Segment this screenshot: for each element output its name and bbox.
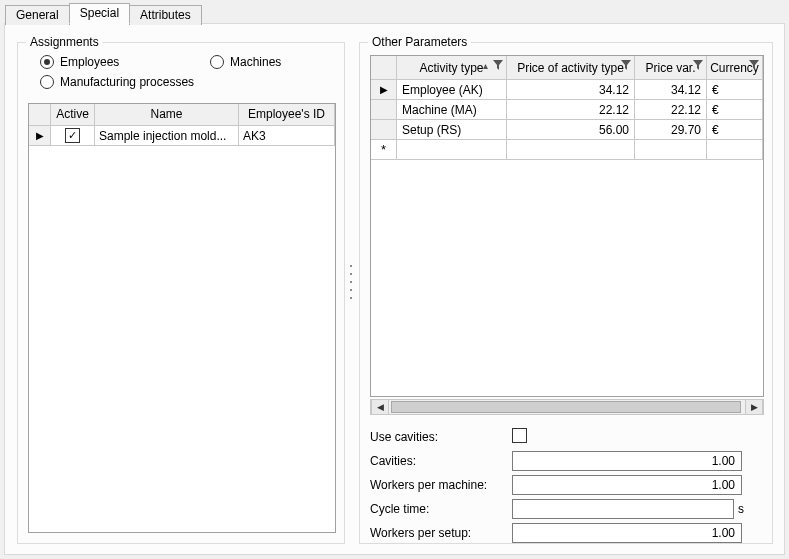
cell-price[interactable]: 56.00 — [507, 120, 635, 140]
tab-general[interactable]: General — [5, 5, 70, 25]
other-parameters-form: Use cavities: Cavities: Workers per mach… — [370, 425, 764, 545]
other-grid-header: Activity type ▴ Price of activity type — [371, 56, 763, 80]
cycle-time-input[interactable] — [512, 499, 734, 519]
use-cavities-checkbox[interactable] — [512, 428, 527, 443]
cell-currency[interactable]: € — [707, 120, 763, 140]
row-use-cavities: Use cavities: — [370, 425, 764, 449]
cavities-input[interactable] — [512, 451, 742, 471]
radio-employees[interactable]: Employees — [40, 55, 210, 69]
col-currency[interactable]: Currency — [707, 56, 763, 80]
row-indicator-icon: ▶ — [371, 80, 397, 100]
radio-machines[interactable]: Machines — [210, 55, 360, 69]
tab-special[interactable]: Special — [69, 3, 130, 24]
col-activity-type[interactable]: Activity type ▴ — [397, 56, 507, 80]
filter-icon[interactable] — [693, 60, 703, 72]
other-parameters-title: Other Parameters — [368, 35, 471, 49]
table-row[interactable]: Machine (MA) 22.12 22.12 € — [371, 100, 763, 120]
assignments-title: Assignments — [26, 35, 103, 49]
workers-per-machine-label: Workers per machine: — [370, 478, 512, 492]
other-parameters-grid[interactable]: Activity type ▴ Price of activity type — [370, 55, 764, 397]
radio-machines-label: Machines — [230, 55, 281, 69]
cycle-time-label: Cycle time: — [370, 502, 512, 516]
cell-active[interactable] — [51, 126, 95, 146]
radio-dot-icon — [40, 55, 54, 69]
tab-strip: General Special Attributes — [5, 4, 201, 24]
cell-price-var[interactable]: 22.12 — [635, 100, 707, 120]
window: General Special Attributes Assignments E… — [0, 0, 789, 559]
scroll-track[interactable] — [389, 400, 745, 414]
workers-per-setup-input[interactable] — [512, 523, 742, 543]
cell-activity-type[interactable]: Employee (AK) — [397, 80, 507, 100]
assignments-groupbox: Assignments Employees Machines Manufactu… — [17, 42, 345, 544]
row-workers-per-setup: Workers per setup: — [370, 521, 764, 545]
cell-activity-type[interactable]: Machine (MA) — [397, 100, 507, 120]
tab-attributes[interactable]: Attributes — [129, 5, 202, 25]
cell-activity-type[interactable]: Setup (RS) — [397, 120, 507, 140]
cell-currency[interactable]: € — [707, 100, 763, 120]
filter-icon[interactable] — [749, 60, 759, 72]
checkbox-icon[interactable] — [65, 128, 80, 143]
scroll-right-icon[interactable]: ▶ — [745, 400, 763, 414]
filter-icon[interactable] — [493, 60, 503, 72]
radio-manufacturing-processes[interactable]: Manufacturing processes — [40, 75, 360, 89]
tab-panel-special: Assignments Employees Machines Manufactu… — [4, 23, 785, 555]
scroll-left-icon[interactable]: ◀ — [371, 400, 389, 414]
assignments-grid-header: Active Name Employee's ID — [29, 104, 335, 126]
col-name[interactable]: Name — [95, 104, 239, 126]
cavities-label: Cavities: — [370, 454, 512, 468]
col-price-var[interactable]: Price var. — [635, 56, 707, 80]
workers-per-setup-label: Workers per setup: — [370, 526, 512, 540]
col-price-of-activity-type[interactable]: Price of activity type — [507, 56, 635, 80]
assignments-radio-group: Employees Machines Manufacturing process… — [40, 55, 360, 89]
row-workers-per-machine: Workers per machine: — [370, 473, 764, 497]
row-cycle-time: Cycle time: s — [370, 497, 764, 521]
sort-asc-icon: ▴ — [483, 60, 488, 71]
radio-mfg-label: Manufacturing processes — [60, 75, 194, 89]
col-employee-id[interactable]: Employee's ID — [239, 104, 335, 126]
row-header-blank — [371, 56, 397, 80]
cell-price-var[interactable]: 29.70 — [635, 120, 707, 140]
cell-price[interactable]: 22.12 — [507, 100, 635, 120]
row-header-blank — [371, 120, 397, 140]
cycle-time-unit: s — [738, 502, 744, 516]
new-row[interactable]: * — [371, 140, 763, 160]
scroll-thumb[interactable] — [391, 401, 741, 413]
table-row[interactable]: ▶ Employee (AK) 34.12 34.12 € — [371, 80, 763, 100]
cell-price[interactable]: 34.12 — [507, 80, 635, 100]
cell-employee-id[interactable]: AK3 — [239, 126, 335, 146]
row-indicator-icon: ▶ — [29, 126, 51, 146]
radio-employees-label: Employees — [60, 55, 119, 69]
use-cavities-label: Use cavities: — [370, 430, 512, 444]
row-header-blank — [29, 104, 51, 126]
workers-per-machine-input[interactable] — [512, 475, 742, 495]
filter-icon[interactable] — [621, 60, 631, 72]
other-parameters-groupbox: Other Parameters Activity type ▴ Price o… — [359, 42, 773, 544]
table-row[interactable]: ▶ Sample injection mold... AK3 — [29, 126, 335, 146]
col-active[interactable]: Active — [51, 104, 95, 126]
cell-name[interactable]: Sample injection mold... — [95, 126, 239, 146]
cell-currency[interactable]: € — [707, 80, 763, 100]
radio-dot-icon — [210, 55, 224, 69]
cell-price-var[interactable]: 34.12 — [635, 80, 707, 100]
row-cavities: Cavities: — [370, 449, 764, 473]
radio-dot-icon — [40, 75, 54, 89]
row-header-blank — [371, 100, 397, 120]
assignments-grid[interactable]: Active Name Employee's ID ▶ Sample injec… — [28, 103, 336, 533]
table-row[interactable]: Setup (RS) 56.00 29.70 € — [371, 120, 763, 140]
splitter-handle[interactable] — [348, 262, 354, 302]
horizontal-scrollbar[interactable]: ◀ ▶ — [370, 399, 764, 415]
new-row-icon: * — [371, 140, 397, 160]
